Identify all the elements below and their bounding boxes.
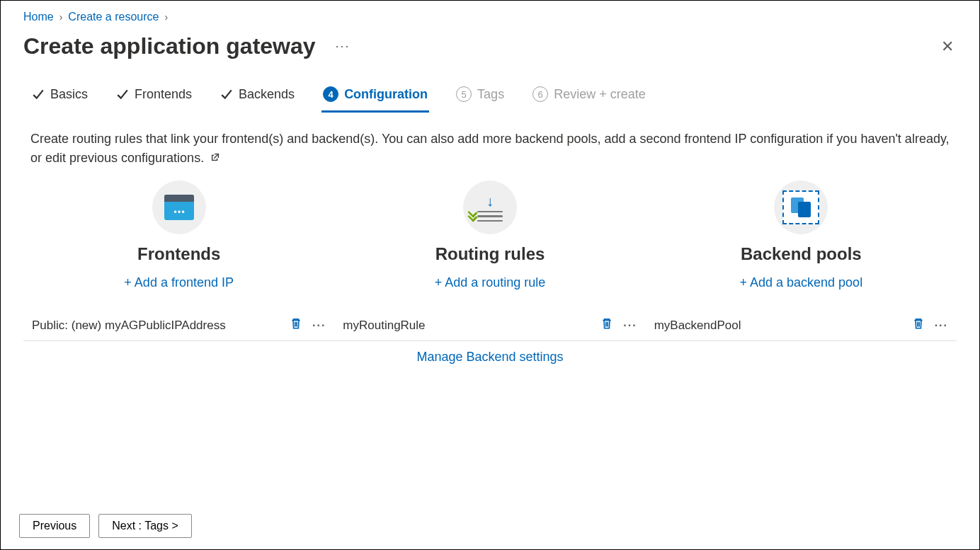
frontends-icon — [152, 181, 206, 234]
breadcrumb: Home › Create a resource › — [1, 1, 979, 28]
wizard-footer: Previous Next : Tags > — [1, 503, 979, 549]
frontends-title: Frontends — [137, 244, 220, 264]
tab-configuration-label: Configuration — [344, 87, 428, 102]
tab-basics[interactable]: Basics — [30, 80, 89, 113]
add-backend-pool-button[interactable]: + Add a backend pool — [739, 275, 862, 290]
backend-title: Backend pools — [741, 244, 862, 264]
breadcrumb-home[interactable]: Home — [23, 11, 54, 23]
page-title: Create application gateway — [23, 33, 316, 59]
checkmark-icon — [32, 88, 45, 101]
tab-tags[interactable]: 5 Tags — [455, 79, 506, 113]
routing-rule-label: myRoutingRule — [343, 319, 600, 333]
frontend-row[interactable]: Public: (new) myAGPublicIPAddress ··· — [23, 310, 334, 341]
tab-tags-label: Tags — [477, 87, 504, 102]
add-frontend-ip-button[interactable]: + Add a frontend IP — [124, 275, 234, 290]
delete-icon[interactable] — [600, 317, 613, 333]
step-number-icon: 5 — [456, 86, 472, 102]
tab-frontends[interactable]: Frontends — [115, 80, 193, 113]
tab-review-create[interactable]: 6 Review + create — [531, 79, 647, 113]
checkmark-icon — [116, 88, 129, 101]
routing-rules-icon: ↓ — [463, 181, 517, 234]
tab-review-label: Review + create — [554, 87, 646, 102]
breadcrumb-create-resource[interactable]: Create a resource — [68, 11, 159, 23]
tab-configuration[interactable]: 4 Configuration — [321, 79, 429, 113]
delete-icon[interactable] — [912, 317, 925, 333]
manage-backend-settings-link[interactable]: Manage Backend settings — [416, 341, 563, 373]
close-button[interactable]: ✕ — [938, 36, 957, 57]
routing-title: Routing rules — [435, 244, 545, 264]
step-number-icon: 6 — [532, 86, 548, 102]
chevron-right-icon: › — [59, 11, 63, 23]
tab-frontends-label: Frontends — [135, 87, 192, 102]
tab-backends[interactable]: Backends — [219, 80, 296, 113]
description-text: Create routing rules that link your fron… — [23, 113, 957, 168]
routing-rule-row[interactable]: myRoutingRule ··· — [334, 310, 645, 341]
more-icon[interactable]: ··· — [312, 319, 326, 332]
tab-backends-label: Backends — [239, 87, 295, 102]
backend-pool-row[interactable]: myBackendPool ··· — [646, 310, 957, 341]
previous-button[interactable]: Previous — [19, 514, 90, 538]
backend-pools-column: Backend pools + Add a backend pool myBac… — [646, 181, 957, 373]
more-actions-button[interactable]: ··· — [336, 39, 351, 54]
checkmark-icon — [220, 88, 233, 101]
backend-pool-label: myBackendPool — [654, 319, 912, 333]
add-routing-rule-button[interactable]: + Add a routing rule — [435, 275, 546, 290]
step-number-icon: 4 — [323, 86, 338, 102]
more-icon[interactable]: ··· — [935, 319, 948, 332]
routing-rules-column: ↓ Routing rules + Add a routing rule myR… — [334, 181, 645, 373]
tab-basics-label: Basics — [50, 87, 88, 102]
backend-pools-icon — [774, 181, 828, 234]
external-link-icon[interactable] — [210, 149, 220, 168]
next-button[interactable]: Next : Tags > — [98, 514, 192, 538]
delete-icon[interactable] — [290, 317, 302, 333]
frontends-column: Frontends + Add a frontend IP Public: (n… — [23, 181, 334, 373]
wizard-tabs: Basics Frontends Backends 4 Configuratio… — [23, 79, 957, 113]
frontend-row-label: Public: (new) myAGPublicIPAddress — [32, 319, 290, 333]
chevron-right-icon: › — [164, 11, 168, 23]
more-icon[interactable]: ··· — [623, 319, 637, 332]
